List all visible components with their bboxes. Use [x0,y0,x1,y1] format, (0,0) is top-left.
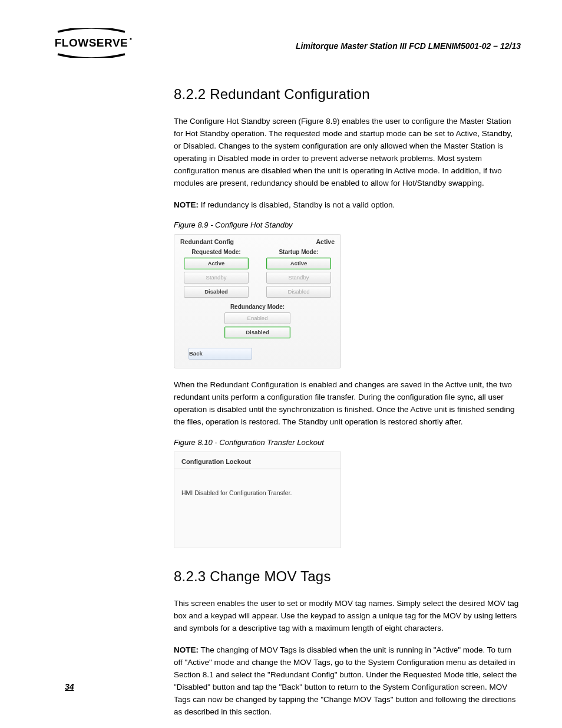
note-text: If redundancy is disabled, Standby is no… [199,200,395,209]
para-822-2: When the Redundant Configuration is enab… [174,379,521,429]
lockout-title: Configuration Lockout [174,452,340,469]
note-label: NOTE: [174,200,199,209]
figure-810-caption: Figure 8.10 - Configuration Transfer Loc… [174,438,521,447]
note-823: NOTE: The changing of MOV Tags is disabl… [174,644,521,719]
redundancy-mode-label: Redundancy Mode: [174,304,340,310]
note-label: NOTE: [174,645,199,654]
panel-title: Redundant Config [180,238,234,245]
heading-823: 8.2.3 Change MOV Tags [174,568,521,585]
startup-disabled-button[interactable]: Disabled [266,286,331,298]
startup-standby-button[interactable]: Standby [266,272,331,284]
logo-text: FLOWSERVE [55,37,128,49]
redundancy-disabled-button[interactable]: Disabled [224,327,290,338]
para-822-1: The Configure Hot Standby screen (Figure… [174,116,521,190]
requested-active-button[interactable]: Active [184,258,249,269]
lockout-message: HMI Disabled for Configuration Transfer. [174,469,340,496]
page-number: 34 [65,682,74,691]
note-822: NOTE: If redundancy is disabled, Standby… [174,199,521,212]
redundancy-enabled-button[interactable]: Enabled [224,312,290,324]
flowserve-logo: FLOWSERVE [47,28,135,58]
requested-mode-label: Requested Mode: [184,249,249,255]
para-823-1: This screen enables the user to set or m… [174,598,521,635]
startup-mode-label: Startup Mode: [266,249,331,255]
note-text: The changing of MOV Tags is disabled whe… [174,645,517,716]
svg-point-0 [130,38,131,39]
heading-822: 8.2.2 Redundant Configuration [174,86,521,103]
startup-active-button[interactable]: Active [266,258,331,269]
requested-standby-button[interactable]: Standby [184,272,249,284]
back-button[interactable]: Back [189,348,252,360]
panel-status: Active [316,238,335,245]
figure-810-panel: Configuration Lockout HMI Disabled for C… [174,452,341,548]
figure-89-panel: Redundant Config Active Requested Mode: … [174,234,341,368]
figure-89-caption: Figure 8.9 - Configure Hot Standby [174,220,521,229]
requested-disabled-button[interactable]: Disabled [184,286,249,298]
